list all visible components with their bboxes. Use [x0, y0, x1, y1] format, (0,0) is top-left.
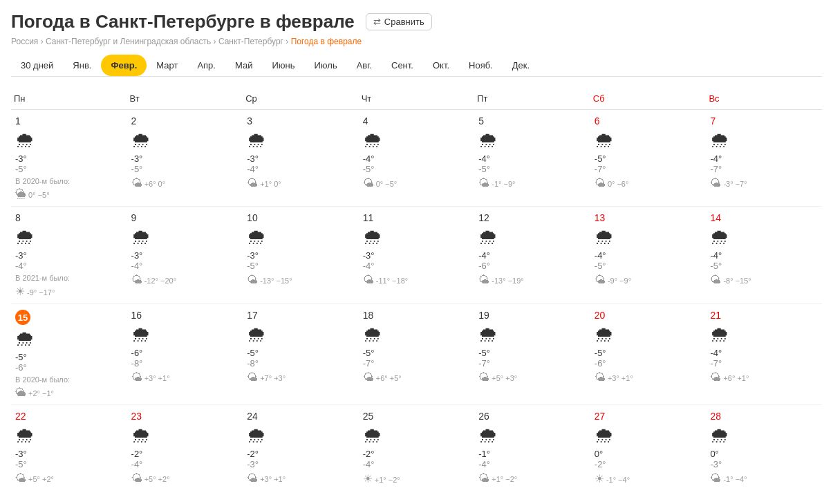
day-cell-26[interactable]: 26🌨-1°-4°🌤 +1° −2°	[474, 405, 590, 492]
prev-icon: 🌤	[131, 371, 142, 383]
prev-year-info-5: 🌤 -1° −9°	[478, 177, 586, 189]
day-cell-6[interactable]: 6🌨-5°-7°🌤 0° −6°	[590, 110, 706, 207]
day-cell-24[interactable]: 24🌨-2°-3°🌤 +3° +1°	[243, 405, 359, 492]
day-number-15: 15	[15, 310, 123, 328]
temp-low: -8°	[247, 358, 259, 368]
prev-temps: +6° 0°	[144, 180, 166, 188]
temp-low: -4°	[363, 261, 375, 271]
day-cell-8[interactable]: 8🌨-3°-4°В 2021-м было:☀ -9° −17°	[11, 207, 127, 304]
prev-temps: +1° −2°	[375, 476, 400, 484]
temp-low: -5°	[15, 459, 27, 469]
day-cell-23[interactable]: 23🌨-2°-4°🌤 +5° +2°	[127, 405, 243, 492]
prev-year-info-25: ☀ +1° −2°	[363, 472, 471, 485]
day-cell-25[interactable]: 25🌨-2°-4°☀ +1° −2°	[359, 405, 475, 492]
weather-icon-day-16: 🌨	[131, 324, 239, 346]
weekday-header-пн: Пн	[11, 88, 127, 110]
day-cell-27[interactable]: 27🌨0°-2°☀ -1° −4°	[590, 405, 706, 492]
month-tab-нояб[interactable]: Нояб.	[459, 55, 503, 76]
day-cell-15[interactable]: 15🌨-5°-6°В 2020-м было:🌥 +2° −1°	[11, 304, 127, 405]
month-tab-апр[interactable]: Апр.	[187, 55, 225, 76]
prev-icon: 🌤	[363, 177, 374, 189]
prev-year-info-12: 🌤 -13° −19°	[478, 274, 586, 286]
temps-day-8: -3°-4°	[15, 250, 123, 271]
month-tab-30 дней[interactable]: 30 дней	[11, 55, 63, 76]
weather-icon-day-4: 🌨	[363, 129, 471, 152]
weather-icon-day-6: 🌨	[595, 129, 702, 152]
breadcrumb-region[interactable]: Санкт-Петербург и Ленинградская область	[46, 37, 211, 46]
temp-high: -3°	[15, 449, 27, 459]
temps-day-21: -4°-7°	[710, 348, 818, 368]
day-cell-3[interactable]: 3🌨-3°-4°🌤 +1° 0°	[243, 110, 359, 207]
prev-temps: +5° +2°	[144, 475, 170, 483]
temps-day-24: -2°-3°	[247, 449, 355, 469]
prev-icon: 🌤	[131, 274, 142, 286]
page-header: Погода в Санкт-Петербурге в феврале ⇄ Ср…	[11, 11, 822, 46]
month-tab-дек[interactable]: Дек.	[503, 55, 539, 76]
weather-icon-day-18: 🌨	[363, 324, 471, 346]
temp-low: -4°	[131, 459, 143, 469]
month-tab-окт[interactable]: Окт.	[423, 55, 459, 76]
prev-icon: 🌤	[363, 274, 374, 286]
temp-high: -5°	[478, 348, 490, 358]
month-tab-июнь[interactable]: Июнь	[262, 55, 304, 76]
temp-low: -5°	[710, 261, 722, 271]
prev-temps: -8° −15°	[723, 277, 751, 285]
prev-icon: 🌤	[595, 274, 606, 286]
day-cell-16[interactable]: 16🌨-6°-8°🌤 +3° +1°	[127, 304, 243, 405]
temps-day-1: -3°-5°	[15, 153, 123, 174]
month-tab-июль[interactable]: Июль	[304, 55, 346, 76]
month-tab-сент[interactable]: Сент.	[382, 55, 423, 76]
month-tab-авг[interactable]: Авг.	[347, 55, 382, 76]
prev-temps: 0° −5°	[28, 191, 50, 199]
day-number-22: 22	[15, 411, 123, 422]
temp-high: -2°	[131, 449, 143, 459]
month-tab-май[interactable]: Май	[225, 55, 262, 76]
day-cell-14[interactable]: 14🌨-4°-5°🌤 -8° −15°	[706, 207, 822, 304]
month-tab-февр[interactable]: Февр.	[101, 55, 147, 76]
prev-temps: +3° +1°	[144, 374, 170, 382]
breadcrumb-russia[interactable]: Россия	[11, 37, 38, 46]
day-cell-18[interactable]: 18🌨-5°-7°🌤 +6° +5°	[359, 304, 475, 405]
day-number-14: 14	[710, 212, 818, 223]
day-cell-2[interactable]: 2🌨-3°-5°🌤 +6° 0°	[127, 110, 243, 207]
temps-day-23: -2°-4°	[131, 449, 239, 469]
temp-high: -3°	[363, 250, 375, 261]
day-cell-5[interactable]: 5🌨-4°-5°🌤 -1° −9°	[474, 110, 590, 207]
month-tab-март[interactable]: Март	[147, 55, 187, 76]
prev-temps: 0° −5°	[376, 180, 397, 188]
prev-year-info-21: 🌤 +6° +1°	[710, 371, 818, 384]
day-cell-11[interactable]: 11🌨-3°-4°🌤 -11° −18°	[359, 207, 475, 304]
weather-icon-day-3: 🌨	[247, 129, 355, 152]
compare-button[interactable]: ⇄ Сравнить	[366, 13, 432, 30]
day-cell-9[interactable]: 9🌨-3°-4°🌤 -12° −20°	[127, 207, 243, 304]
day-cell-28[interactable]: 28🌨0°-3°🌤 -1° −4°	[706, 405, 822, 492]
day-cell-19[interactable]: 19🌨-5°-7°🌤 +5° +3°	[474, 304, 590, 405]
temp-high: -3°	[247, 250, 259, 261]
day-cell-22[interactable]: 22🌨-3°-5°🌤 +5° +2°	[11, 405, 127, 492]
prev-year-info-14: 🌤 -8° −15°	[710, 274, 818, 286]
day-cell-12[interactable]: 12🌨-4°-6°🌤 -13° −19°	[474, 207, 590, 304]
temp-high: -5°	[15, 352, 27, 362]
breadcrumb-city[interactable]: Санкт-Петербург	[218, 37, 283, 46]
day-cell-13[interactable]: 13🌨-4°-5°🌤 -9° −9°	[590, 207, 706, 304]
temps-day-25: -2°-4°	[363, 449, 471, 469]
day-cell-10[interactable]: 10🌨-3°-5°🌤 -13° −15°	[243, 207, 359, 304]
day-number-17: 17	[247, 310, 355, 321]
prev-year-info-2: 🌤 +6° 0°	[131, 177, 239, 189]
month-tab-янв[interactable]: Янв.	[63, 55, 101, 76]
prev-year-info-8: ☀ -9° −17°	[15, 285, 123, 298]
prev-icon: 🌤	[478, 274, 489, 286]
weather-icon-day-24: 🌨	[247, 424, 355, 447]
temp-high: -2°	[363, 449, 375, 459]
day-cell-7[interactable]: 7🌨-4°-7°🌤 -3° −7°	[706, 110, 822, 207]
day-cell-1[interactable]: 1🌨-3°-5°В 2020-м было:🌦 0° −5°	[11, 110, 127, 207]
temp-low: -4°	[247, 164, 259, 174]
temp-low: -5°	[247, 261, 259, 271]
prev-year-info-11: 🌤 -11° −18°	[363, 274, 471, 286]
prev-icon: 🌦	[15, 188, 26, 200]
day-cell-17[interactable]: 17🌨-5°-8°🌤 +7° +3°	[243, 304, 359, 405]
day-cell-21[interactable]: 21🌨-4°-7°🌤 +6° +1°	[706, 304, 822, 405]
day-cell-20[interactable]: 20🌨-5°-6°🌤 +3° +1°	[590, 304, 706, 405]
prev-temps: -11° −18°	[376, 277, 408, 285]
day-cell-4[interactable]: 4🌨-4°-5°🌤 0° −5°	[359, 110, 475, 207]
